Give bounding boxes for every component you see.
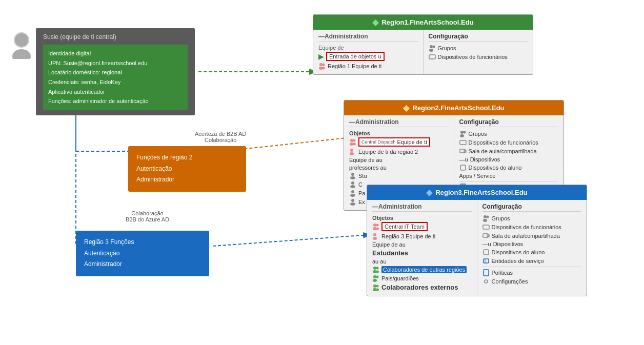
region2-professores-item: professores au <box>349 165 449 171</box>
region1-dispositivos-item: Dispositivos de funcionários <box>429 53 528 60</box>
svg-point-60 <box>376 285 379 287</box>
region3-estudantes-label: Estudantes <box>372 249 408 257</box>
b2b-label: Acerteza de B2B AD Colaboração <box>195 131 246 143</box>
svg-point-28 <box>350 185 355 188</box>
region2-col-label: C <box>358 181 363 188</box>
svg-point-9 <box>12 49 31 59</box>
region1-box: ◆ Region1.FineArtsSchool.Edu —Administra… <box>313 14 533 75</box>
svg-point-24 <box>350 152 354 155</box>
svg-rect-36 <box>460 140 466 145</box>
region1-admin-title: —Administration <box>318 33 418 42</box>
region2-col-icon <box>349 181 356 188</box>
region2-title: Region2.FineArtsSchool.Edu <box>412 104 504 112</box>
svg-rect-65 <box>483 225 489 229</box>
region2-aluno-icon <box>459 164 467 171</box>
region1-diamond-icon: ◆ <box>372 17 378 27</box>
region2-stu-icon <box>349 172 356 179</box>
svg-point-19 <box>350 139 353 142</box>
user-info-upn: UPN: Susie@regionl.fineartsschool.edu <box>48 58 183 68</box>
svg-point-54 <box>376 271 379 273</box>
region3-equipe-au-item: Equipe de au <box>372 241 472 248</box>
region3-header: ◆ Region3.FineArtsSchool.Edu <box>367 185 587 200</box>
region3-pais-item: Pais/guardiões <box>372 275 472 282</box>
svg-point-22 <box>353 143 356 146</box>
region1-grupos-icon <box>429 45 436 52</box>
region1-config-title: Configuração <box>429 33 528 42</box>
region2-apps-label: Apps / Service <box>459 173 496 179</box>
region2-ti2-label: Equipe de ti da região 2 <box>358 149 418 155</box>
svg-point-63 <box>483 219 487 222</box>
region3-pais-icon <box>372 275 379 282</box>
user-info-credenciais: Credenciais: senha, EidoKey <box>48 77 183 87</box>
region3-grupos-icon <box>482 215 490 222</box>
svg-point-30 <box>350 194 355 197</box>
region3-grupos-label: Grupos <box>492 215 510 221</box>
svg-point-26 <box>350 176 355 179</box>
region1-title: Region1.FineArtsSchool.Edu <box>381 18 473 26</box>
region3-admin-title: —Administration <box>372 203 472 212</box>
region3-dispositivos-func-icon <box>482 224 490 231</box>
region3-ti-icon <box>372 233 379 240</box>
region2-central-highlight: Central Dispatch Equipe de ti <box>358 137 430 147</box>
svg-point-53 <box>376 267 379 270</box>
svg-point-58 <box>373 285 376 288</box>
region3-equipe-au-label: Equipe de au <box>372 241 406 248</box>
svg-point-12 <box>323 64 325 66</box>
region2-roles-box: Funções de região 2 Autenticação Adminis… <box>128 146 246 192</box>
svg-point-33 <box>460 131 464 134</box>
region3-config-title: Configuração <box>482 203 582 212</box>
region1-arrow-icon: ▶ <box>318 52 324 60</box>
svg-point-72 <box>485 280 488 283</box>
region2-equipe-au-item: Equipe de au <box>349 157 449 163</box>
region2-equipe-ti2-item: Equipe de ti da região 2 <box>349 148 449 155</box>
region2-grupos-label: Grupos <box>469 131 487 137</box>
region2-equipe-au-label: Equipe de au <box>349 157 383 163</box>
diagram-container: Susie (equipe de ti central) Identidade … <box>0 0 644 345</box>
region2-professores-label: professores au <box>349 165 387 171</box>
region2-pa-label: Pa <box>358 190 365 196</box>
svg-point-51 <box>373 267 376 270</box>
region2-stu-item: Stu <box>349 172 449 179</box>
region2-pa-icon <box>349 190 356 197</box>
region2-objetos-label: Objetos <box>349 130 449 136</box>
region3-politicas-item: Políticas <box>482 269 582 276</box>
region3-pais-label: Pais/guardiões <box>381 275 419 281</box>
region3-politicas-icon <box>482 269 490 276</box>
region1-entry-highlight: Entrada de objetos u <box>326 52 385 61</box>
svg-point-55 <box>373 275 376 278</box>
region2-dispositivos-func-item: Dispositivos de funcionários <box>459 139 559 146</box>
region3-politicas-label: Políticas <box>492 270 513 276</box>
region2-header: ◆ Region2.FineArtsSchool.Edu <box>344 100 564 115</box>
region3-estudantes-item: Estudantes <box>372 249 472 257</box>
region2-grupos-item: Grupos <box>459 130 559 137</box>
region2-ex-label: Ex <box>358 199 365 205</box>
region2-apps-item: Apps / Service <box>459 173 559 179</box>
user-info-app: Aplicativo autenticador <box>48 87 183 97</box>
region3-aluno-item: Dispositivos do aluno <box>482 249 582 256</box>
svg-rect-68 <box>484 250 489 255</box>
region3-diamond-icon: ◆ <box>426 188 432 197</box>
region3-central-item: Central IT Team <box>372 222 472 231</box>
svg-rect-69 <box>484 259 489 263</box>
region2-config-title: Configuração <box>459 118 559 127</box>
svg-point-25 <box>351 173 354 176</box>
region3-au-item: au au <box>372 258 472 265</box>
user-card-title: Susie (equipe de ti central) <box>43 33 188 40</box>
region1-grupos-label: Grupos <box>438 45 456 51</box>
region3-aluno-icon <box>482 249 490 256</box>
region3-title: Region3.FineArtsSchool.Edu <box>435 189 527 196</box>
region2-stu-label: Stu <box>358 173 367 179</box>
region2-aluno-label: Dispositivos do aluno <box>469 165 522 171</box>
region1-team-label: Equipe de <box>318 45 418 51</box>
region1-entry-item: ▶ Entrada de objetos u <box>318 52 418 61</box>
svg-point-8 <box>14 33 29 47</box>
region3-colaboradores-label: Colaboradores de outras regiões <box>381 266 467 273</box>
region2-dispositivos-label: Dispositivos <box>470 156 500 163</box>
region3-sala-item: Sala de aula/compartilhada <box>482 232 582 239</box>
svg-point-31 <box>351 199 354 202</box>
region3-objetos-label: Objetos <box>372 215 472 221</box>
svg-rect-39 <box>460 165 466 170</box>
region2-sala-icon <box>459 148 467 155</box>
region3-entidades-icon <box>482 257 490 265</box>
svg-point-57 <box>376 276 379 278</box>
